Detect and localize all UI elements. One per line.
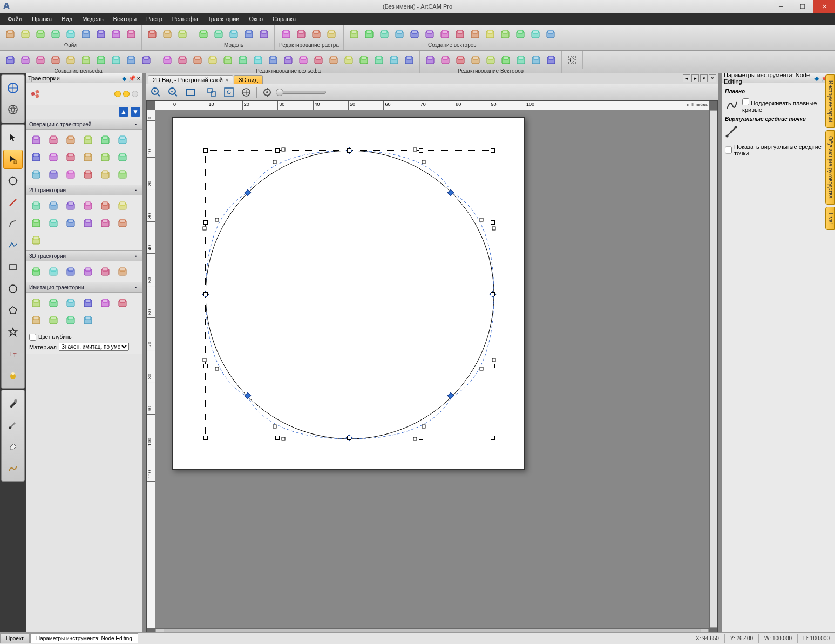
traj-button[interactable] [28,166,44,182]
toolbar-button[interactable] [227,27,241,41]
traj-button[interactable] [28,149,44,165]
toolbar-button[interactable] [324,27,338,41]
toolbar-button[interactable] [362,27,376,41]
toolbar-button[interactable] [311,53,325,67]
toolbar-button[interactable] [236,53,250,67]
menu-edit[interactable]: Правка [28,15,56,23]
traj-button[interactable] [80,166,96,182]
section-header[interactable]: 2D траектории▪ [26,185,142,195]
menu-trajectories[interactable]: Траектории [203,15,244,23]
tool-transform[interactable] [3,171,23,191]
zoom-in-button[interactable] [149,85,163,99]
toolbar-button[interactable] [453,53,467,67]
tab-close-icon[interactable]: × [709,74,716,82]
toolbar-button[interactable] [483,27,497,41]
toolbar-button[interactable] [294,27,308,41]
canvas[interactable]: millimetres0102030405060708090100 0-10-2… [147,101,717,643]
toolbar-button[interactable] [387,53,401,67]
toolbar-button[interactable] [175,53,189,67]
sidetab-tools[interactable]: Инструментарий [825,74,835,128]
toolbar-button[interactable] [544,27,558,41]
toolbar-button[interactable] [160,27,174,41]
traj-button[interactable] [80,132,96,148]
settings-button[interactable] [260,85,274,99]
smooth-checkbox[interactable]: Поддерживать плавные кривые [742,98,832,113]
toolbar-button[interactable] [212,27,226,41]
traj-button[interactable] [97,149,113,165]
toolbar-button[interactable] [347,27,361,41]
traj-button[interactable] [45,198,62,214]
down-icon[interactable]: ▼ [131,107,140,117]
section-header[interactable]: Операции с траекторией▪ [26,119,142,130]
toolbar-button[interactable] [266,53,280,67]
toolbar-button[interactable] [423,53,437,67]
toolbar-button[interactable] [372,53,386,67]
tool-line[interactable] [3,193,23,212]
bulb-icon[interactable] [132,91,138,97]
toolbar-button[interactable] [423,27,437,41]
traj-button[interactable] [28,263,44,280]
toolbar-button[interactable] [109,53,123,67]
zoom-fit-button[interactable] [184,85,198,99]
toolbar-button[interactable] [221,53,235,67]
toolbar-button[interactable] [18,53,32,67]
toolbar-button[interactable] [94,27,108,41]
traj-button[interactable] [45,295,62,311]
toolbar-button[interactable] [327,53,341,67]
toolbar-button[interactable] [175,27,189,41]
bulb-icon[interactable] [114,91,121,97]
menu-window[interactable]: Окно [245,15,268,23]
sidetab-live[interactable]: Live! [825,207,835,230]
tool-rectangle[interactable] [3,257,23,277]
traj-button[interactable] [80,215,96,231]
toolbar-button[interactable] [242,27,256,41]
minimize-button[interactable]: ─ [770,0,792,13]
maximize-button[interactable]: ☐ [792,0,813,13]
toolbar-button[interactable] [484,53,498,67]
menu-reliefs[interactable]: Рельефы [168,15,202,23]
traj-button[interactable] [28,295,44,311]
traj-button[interactable] [45,312,62,328]
toolbar-button[interactable] [64,27,78,41]
bulb-icon[interactable] [123,91,130,97]
toolbar-button[interactable] [49,53,63,67]
traj-button[interactable] [63,149,79,165]
tool-text[interactable]: TT [3,344,23,363]
toolbar-button[interactable] [94,53,108,67]
tool-arc[interactable] [3,214,23,234]
toolbar-button[interactable] [544,53,558,67]
traj-button[interactable] [114,132,131,148]
toolbar-button[interactable] [514,53,528,67]
traj-button[interactable] [97,295,113,311]
tab-prev-icon[interactable]: ◂ [683,74,690,82]
traj-button[interactable] [97,198,113,214]
toolbar-button[interactable] [279,27,293,41]
toolbar-button[interactable] [49,27,63,41]
menu-model[interactable]: Модель [78,15,107,23]
traj-button[interactable] [97,215,113,231]
status-tab-params[interactable]: Параметры инструмента: Node Editing [30,633,138,643]
vertical-scrollbar[interactable] [710,110,717,628]
traj-button[interactable] [80,312,96,328]
tab-menu-icon[interactable]: ▾ [700,74,708,82]
traj-button[interactable] [114,198,131,214]
traj-button[interactable] [63,295,79,311]
zoom-selected-button[interactable] [222,85,236,99]
traj-button[interactable] [28,312,44,328]
tool-paint-2[interactable] [3,415,23,435]
toolbar-button[interactable] [342,53,356,67]
traj-button[interactable] [114,149,131,165]
toolbar-button[interactable] [3,53,17,67]
toolbar-button[interactable] [251,53,265,67]
toolbar-button[interactable] [408,27,422,41]
tool-select[interactable] [3,128,23,147]
toolbar-button[interactable] [191,53,205,67]
traj-button[interactable] [80,198,96,214]
toolbar-button[interactable] [196,27,211,41]
tab-3d-view[interactable]: 3D вид [234,75,263,84]
traj-button[interactable] [45,149,62,165]
menu-view[interactable]: Вид [57,15,77,23]
pin-icon[interactable]: ◆ [122,75,126,82]
pin-icon-2[interactable]: 📌 [128,75,136,82]
toolbar-button[interactable] [296,53,310,67]
